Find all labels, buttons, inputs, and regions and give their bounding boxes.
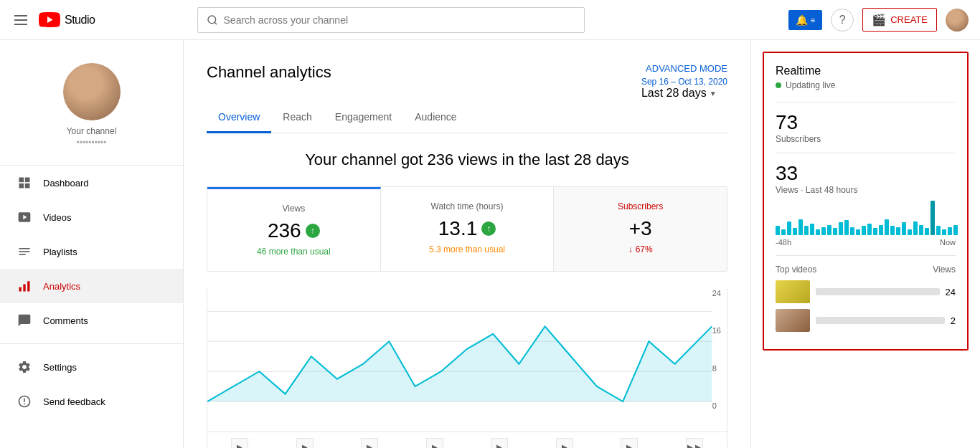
analytics-icon (17, 279, 32, 293)
stat-card-subscribers[interactable]: Subscribers +3 ↓ 67% (554, 187, 727, 271)
thumb-play-1[interactable]: ▶ (231, 438, 248, 448)
mini-bar-26 (925, 228, 929, 235)
videos-icon (17, 210, 32, 224)
tab-engagement[interactable]: Engagement (324, 105, 403, 133)
thumb-play-3[interactable]: ▶ (361, 438, 378, 448)
mini-bar-7 (816, 229, 820, 235)
help-icon: ? (839, 14, 846, 27)
channel-avatar[interactable] (63, 63, 121, 120)
thumb-play-8[interactable]: ▶ ▶ (686, 438, 703, 448)
avatar-image (946, 9, 969, 32)
y-label-16: 16 (712, 326, 721, 335)
y-label-8: 8 (712, 364, 721, 373)
top-videos-header: Top videos Views (776, 264, 956, 275)
help-button[interactable]: ? (831, 9, 854, 32)
notification-badge: ≡ (811, 16, 815, 24)
svg-point-1 (208, 16, 216, 24)
dashboard-icon (17, 176, 32, 190)
mini-bar-14 (856, 229, 860, 235)
playlists-icon (17, 244, 32, 259)
mini-bar-17 (873, 228, 877, 235)
subscribers-down-icon: ↓ (628, 244, 633, 254)
video-thumbnail-2 (776, 309, 810, 332)
mini-bar-21 (896, 227, 900, 235)
tab-audience[interactable]: Audience (403, 105, 468, 133)
sidebar-item-playlists[interactable]: Playlists (0, 234, 183, 269)
stat-value-views: 236 (268, 219, 301, 242)
mini-bar-1 (781, 229, 786, 235)
sidebar-item-analytics[interactable]: Analytics (0, 269, 183, 303)
subscribers-label: Subscribers (776, 134, 956, 144)
youtube-logo-icon (39, 12, 60, 27)
mini-bar-24 (913, 221, 918, 235)
notification-button[interactable]: 🔔 ≡ (788, 10, 822, 30)
stat-change-watchtime: 5.3 more than usual (398, 244, 537, 254)
views-value: 33 (776, 162, 956, 185)
sidebar-item-send-feedback[interactable]: Send feedback (0, 384, 183, 419)
comments-icon (17, 313, 32, 328)
stat-value-watchtime: 13.1 (438, 217, 478, 240)
realtime-card: Realtime Updating live 73 Subscribers 33… (763, 52, 969, 351)
topbar: Studio 🔔 ≡ ? 🎬 CREATE (0, 0, 980, 40)
logo[interactable]: Studio (39, 12, 95, 27)
sidebar-item-videos[interactable]: Videos (0, 200, 183, 234)
subscribers-value: 73 (776, 111, 956, 134)
tab-overview[interactable]: Overview (207, 105, 271, 133)
tab-reach[interactable]: Reach (271, 105, 323, 133)
rt-divider-3 (776, 255, 956, 256)
search-input[interactable] (224, 14, 575, 26)
channel-name: •••••••••• (76, 138, 106, 148)
mini-bar-9 (827, 225, 831, 235)
thumb-play-7[interactable]: ▶ (621, 438, 638, 448)
stat-label-views: Views (225, 204, 363, 214)
search-bar[interactable] (197, 7, 585, 33)
mini-bar-30 (948, 227, 952, 235)
video-title-2 (816, 317, 945, 324)
svg-rect-14 (27, 281, 29, 291)
mini-chart-labels: -48h Now (776, 238, 956, 247)
top-videos-label: Top videos (776, 264, 816, 275)
top-video-item-1[interactable]: 24 (776, 280, 956, 303)
svg-rect-12 (19, 287, 22, 292)
mini-bar-12 (844, 220, 849, 235)
analytics-tabs: Overview Reach Engagement Audience (207, 105, 727, 133)
settings-icon (17, 360, 32, 374)
chart-svg (207, 289, 727, 432)
mini-bar-chart (776, 201, 956, 235)
thumb-play-2[interactable]: ▶ (296, 438, 314, 448)
mini-bar-22 (902, 222, 906, 235)
avatar[interactable] (946, 9, 969, 32)
menu-icon[interactable] (11, 12, 30, 28)
sidebar-item-dashboard[interactable]: Dashboard (0, 166, 183, 200)
thumb-play-5[interactable]: ▶ (491, 438, 508, 448)
sidebar-item-label-videos: Videos (43, 212, 72, 223)
mini-bar-5 (804, 226, 809, 235)
stat-card-views[interactable]: Views 236 ↑ 46 more than usual (207, 187, 381, 271)
mini-bar-20 (890, 226, 895, 235)
advanced-mode-link[interactable]: ADVANCED MODE (646, 63, 727, 74)
date-range-label: Sep 16 – Oct 13, 2020 (641, 77, 727, 87)
mini-bar-6 (810, 224, 814, 235)
date-range-selector[interactable]: Sep 16 – Oct 13, 2020 Last 28 days ▼ (641, 77, 727, 100)
mini-bar-10 (833, 228, 837, 235)
stat-change-views: 46 more than usual (225, 247, 363, 257)
thumb-play-6[interactable]: ▶ (556, 438, 573, 448)
realtime-title: Realtime (776, 65, 956, 77)
sidebar-item-settings[interactable]: Settings (0, 350, 183, 384)
top-video-item-2[interactable]: 2 (776, 309, 956, 332)
thumb-play-4[interactable]: ▶ (426, 438, 443, 448)
layout: Your channel •••••••••• Dashboard Videos (0, 40, 980, 448)
sidebar-item-label-settings: Settings (43, 362, 77, 373)
mini-bar-19 (885, 219, 889, 235)
video-views-1: 24 (946, 287, 956, 297)
create-button[interactable]: 🎬 CREATE (862, 8, 937, 32)
sidebar-item-label-comments: Comments (43, 315, 88, 326)
mini-bar-0 (776, 226, 780, 235)
sidebar-item-comments[interactable]: Comments (0, 303, 183, 338)
mini-bar-23 (908, 229, 912, 235)
views-up-icon: ↑ (306, 224, 320, 238)
search-icon (207, 14, 218, 26)
chevron-down-icon: ▼ (710, 90, 717, 97)
create-icon: 🎬 (872, 13, 886, 27)
stat-card-watchtime[interactable]: Watch time (hours) 13.1 ↑ 5.3 more than … (381, 187, 555, 271)
